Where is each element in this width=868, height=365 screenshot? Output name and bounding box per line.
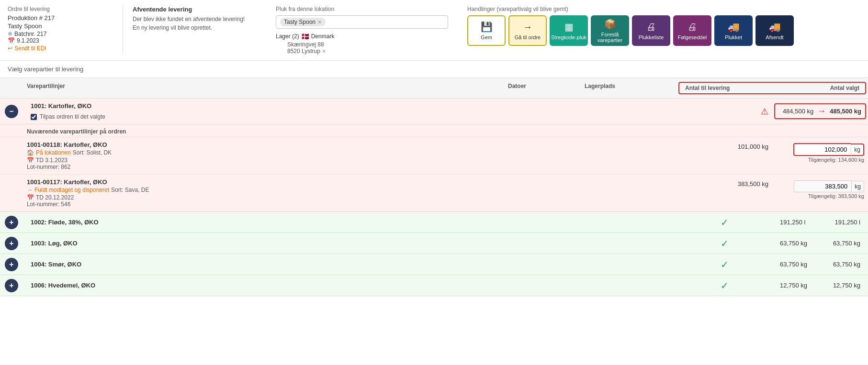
product-row-hvedemel: + 1006: Hvedemel, ØKO ✓ 12,750 kg 12,750…	[0, 275, 868, 296]
product-row-smør: + 1004: Smør, ØKO ✓ 63,750 kg 63,750 kg	[0, 254, 868, 275]
antal-valgt-3: 63,750 kg	[833, 240, 860, 247]
lot-input-row-1: kg	[793, 143, 864, 156]
lot-title-1: 1001-00118: Kartofler, ØKO	[27, 141, 500, 148]
lot-qty-1: 101,000 kg	[676, 141, 772, 152]
ordre-label: Ordre til levering	[8, 6, 113, 12]
lot-info-1: 1001-00118: Kartofler, ØKO 🏠 På lokation…	[23, 141, 504, 170]
address2: 8520 Lystrup ✕	[276, 48, 448, 55]
plukkeliste-button[interactable]: 🖨 Plukkeliste	[632, 15, 670, 46]
edi-link[interactable]: ↩ Sendt til EDI	[8, 45, 113, 52]
folgeseddel-button[interactable]: 🖨 Følgeseddel	[673, 15, 711, 46]
foresla-icon: 📦	[604, 18, 616, 30]
check-cell-3: ✓	[676, 238, 772, 249]
pluk-tag-remove[interactable]: ✕	[317, 19, 322, 25]
expand-cell-4: +	[0, 258, 23, 271]
product-name-cell-1: 1001: Kartofler, ØKO Tilpas ordren til d…	[23, 99, 504, 124]
lot-input-row-2: kg	[794, 180, 864, 192]
lot-location-1: 🏠 På lokationen Sort: Solist, DK	[27, 149, 500, 156]
afventende-title: Afventende levering	[133, 6, 257, 13]
expand-button-3[interactable]: +	[5, 237, 18, 250]
goto-icon: →	[523, 22, 532, 33]
batch-number: Batchnr. 217	[14, 31, 46, 37]
location-text-2: Fuldt modtaget og disponeret	[34, 187, 109, 193]
check-cell-2: ✓	[676, 217, 772, 228]
antal-row-4: 63,750 kg 63,750 kg	[772, 259, 868, 270]
product-name-cell-2: 1002: Fløde, 38%, ØKO	[23, 215, 504, 230]
th-datoer: Datoer	[504, 81, 581, 95]
antal-row-1: 484,500 kg → 485,500 kg	[774, 103, 866, 119]
product-row-1: − 1001: Kartofler, ØKO Tilpas ordren til…	[0, 99, 868, 212]
check-icon-5: ✓	[721, 280, 729, 291]
antal-levering-3: 63,750 kg	[780, 240, 807, 247]
product-row-løg: + 1003: Løg, ØKO ✓ 63,750 kg 63,750 kg	[0, 233, 868, 254]
lot-date-2: 📅 TD 20.12.2022	[27, 194, 500, 201]
pluk-tag: Tasty Spoon ✕	[280, 18, 326, 26]
plukkeliste-label: Plukkeliste	[639, 34, 664, 40]
th-antal-levering: Antal til levering	[685, 85, 730, 91]
pluk-search-box[interactable]: Tasty Spoon ✕	[276, 15, 448, 29]
lot-sort-2: Sort: Sava, DE	[111, 187, 149, 193]
antal-valgt-5: 12,750 kg	[833, 282, 860, 289]
subrow-container-1: Nuværende varepartilinjer på ordren 1001…	[0, 124, 868, 212]
expand-button-2[interactable]: +	[5, 216, 18, 229]
gem-label: Gem	[481, 34, 492, 40]
product-name-cell-3: 1003: Løg, ØKO	[23, 236, 504, 251]
antal-row-5: 12,750 kg 12,750 kg	[772, 280, 868, 291]
folgeseddel-label: Følgeseddel	[678, 34, 707, 40]
expand-button-5[interactable]: +	[5, 279, 18, 292]
cal-icon-1: 📅	[27, 157, 34, 164]
actions-buttons: 💾 Gem → Gå til ordre ▦ Stregkode-pluk 📦 …	[467, 15, 860, 46]
stregkode-button[interactable]: ▦ Stregkode-pluk	[550, 15, 588, 46]
product-name-1: 1001: Kartofler, ØKO	[27, 100, 500, 111]
batch-info: ❄ Batchnr. 217	[8, 31, 113, 37]
actions-section: Handlinger (varepartivalg vil blive gemt…	[458, 6, 860, 55]
check-icon-3: ✓	[721, 238, 729, 249]
antal-valgt-1: 485,500 kg	[830, 108, 861, 115]
product-name-2: 1002: Fløde, 38%, ØKO	[27, 217, 500, 228]
main-content: Vælg varepartier til levering Varepartil…	[0, 61, 868, 306]
antal-levering-5: 12,750 kg	[780, 282, 807, 289]
on-location-icon: 🏠	[27, 149, 34, 156]
lot-unit-2: kg	[851, 181, 864, 192]
address-remove-icon[interactable]: ✕	[322, 48, 326, 54]
flag-icon: 🇩🇰	[301, 33, 309, 40]
produktion: Produktion # 217	[8, 14, 113, 22]
lot-sort-1: Sort: Solist, DK	[73, 149, 112, 156]
check-cell-4: ✓	[676, 259, 772, 270]
product-name-5: 1006: Hvedemel, ØKO	[27, 280, 500, 291]
address1: Skæringvej 88	[276, 41, 448, 48]
goto-label: Gå til ordre	[515, 34, 541, 40]
pluk-label: Pluk fra denne lokation	[276, 6, 448, 12]
afsendt-button[interactable]: 🚚 Afsendt	[755, 15, 794, 46]
table-header: Varepartilinjer Datoer Lagerplads Antal …	[0, 77, 868, 99]
vaelg-label: Vælg varepartier til levering	[0, 61, 868, 77]
lot-date-1: 📅 TD 3.1.2023	[27, 157, 500, 164]
expand-cell-2: +	[0, 216, 23, 229]
plukkeliste-icon: 🖨	[646, 22, 656, 33]
afventende-section: Afventende levering Der blev ikke fundet…	[123, 6, 257, 55]
warning-cell: ⚠	[676, 104, 772, 119]
cal-icon-2: 📅	[27, 194, 34, 201]
lot-date-text-2: TD 20.12.2022	[36, 194, 74, 201]
order-info: Ordre til levering Produktion # 217 Tast…	[8, 6, 113, 55]
gem-button[interactable]: 💾 Gem	[467, 15, 506, 46]
plukket-button[interactable]: 🚚 Plukket	[714, 15, 753, 46]
check-icon-4: ✓	[721, 259, 729, 270]
location-item: Lager (2) 🇩🇰 Denmark	[276, 32, 448, 41]
lot-qty-input-2[interactable]	[794, 180, 851, 192]
subrow-label: Nuværende varepartilinjer på ordren	[0, 124, 868, 137]
lot-qty-input-1[interactable]	[793, 143, 851, 156]
th-empty	[0, 81, 23, 95]
collapse-button-1[interactable]: −	[5, 105, 18, 118]
lot-available-1: Tilgængelig: 134,600 kg	[808, 157, 864, 163]
lot-number-1: Lot-nummer: 862	[27, 164, 500, 170]
lot-row-2: 1001-00117: Kartofler, ØKO → Fuldt modta…	[0, 174, 868, 211]
lot-info-2: 1001-00117: Kartofler, ØKO → Fuldt modta…	[23, 178, 504, 208]
tilpas-checkbox[interactable]	[31, 114, 37, 120]
foresla-button[interactable]: 📦 Foreslå varepartier	[591, 15, 629, 46]
expand-button-4[interactable]: +	[5, 258, 18, 271]
goto-button[interactable]: → Gå til ordre	[508, 15, 547, 46]
gem-icon: 💾	[481, 21, 493, 33]
checkbox-row-1: Tilpas ordren til det valgte	[27, 111, 500, 122]
antal-valgt-2: 191,250 l	[835, 219, 861, 226]
